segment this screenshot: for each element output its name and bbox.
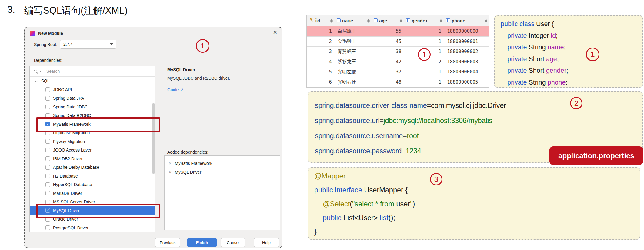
dependency-item-mariadb-driver[interactable]: MariaDB Driver [30,189,155,198]
checkbox[interactable] [45,105,50,109]
table-row[interactable]: 2金毛狮王45118800000001 [307,37,489,47]
dependency-item-jdbc-api[interactable]: JDBC API [30,85,155,94]
checkbox[interactable] [45,225,50,230]
code-token: ; [564,44,566,51]
checkbox[interactable] [45,148,50,152]
table-cell[interactable]: 45 [372,37,405,47]
dependency-item-spring-data-jpa[interactable]: Spring Data JPA [30,94,155,103]
search-options-caret-icon [40,71,42,72]
table-cell[interactable]: 48 [372,77,405,88]
checkbox[interactable] [45,174,50,178]
dependency-item-jooq-access-layer[interactable]: JOOQ Access Layer [30,146,155,155]
table-row[interactable]: 6光明右使48118800000005 [307,77,489,88]
dependency-item-flyway-migration[interactable]: Flyway Migration [30,137,155,146]
sort-icon[interactable] [485,19,487,23]
dependency-label: Apache Derby Database [53,165,99,170]
cancel-button[interactable]: Cancel [221,238,245,247]
dependency-label: Spring Data JPA [53,96,84,101]
dependency-item-ibm-db2-driver[interactable]: IBM DB2 Driver [30,155,155,163]
guide-link[interactable]: Guide ↗ [167,87,183,92]
dependency-detail-title: MySQL Driver [167,67,195,72]
checkbox[interactable] [45,87,50,92]
table-row[interactable]: 4紫衫龙王42218800000003 [307,57,489,67]
checkbox[interactable] [45,96,50,101]
dependency-item-apache-derby-database[interactable]: Apache Derby Database [30,163,155,172]
table-cell[interactable]: 5 [307,67,335,77]
sort-icon[interactable] [367,19,370,23]
code-token: UserMapper { [362,186,408,194]
table-cell[interactable]: 光明右使 [335,77,372,88]
dependency-item-hypersql-database[interactable]: HyperSQL Database [30,180,155,189]
grid-icon [446,18,450,24]
table-cell[interactable]: 38 [372,47,405,57]
scrollbar-thumb[interactable] [152,103,155,174]
table-cell[interactable]: 2 [307,37,335,47]
checkbox[interactable] [45,139,50,144]
dependency-group-sql[interactable]: SQL [30,77,155,85]
code-token: ; [556,32,558,39]
table-row[interactable]: 1白眉鹰王55118800000000 [307,26,489,37]
checkbox[interactable] [45,165,50,170]
sort-icon[interactable] [330,19,333,23]
code-line: } [314,225,640,239]
previous-button[interactable]: Previous [155,238,180,247]
table-cell[interactable]: 1 [307,26,335,36]
table-cell[interactable]: 18800000001 [444,37,489,47]
table-cell[interactable]: 4 [307,57,335,67]
column-label: gender [412,18,428,24]
column-header-name[interactable]: name [335,15,372,26]
table-cell[interactable]: 18800000005 [444,77,489,88]
table-cell[interactable]: 1 [404,77,444,88]
remove-icon[interactable]: × [169,161,172,166]
table-cell[interactable]: 青翼蝠王 [335,47,372,57]
table-cell[interactable]: 1 [404,26,444,36]
added-dependency-row[interactable]: ×MySQL Driver [165,168,280,176]
code-line: private String phone; [501,77,642,88]
table-cell[interactable]: 3 [307,47,335,57]
dependency-item-h2-database[interactable]: H2 Database [30,172,155,181]
column-header-id[interactable]: id [307,15,335,26]
page-title-text: 编写SQL语句(注解/XML) [24,4,128,17]
search-input[interactable] [46,68,138,74]
table-cell[interactable]: 18800000000 [444,26,489,36]
search-bar[interactable] [30,66,155,77]
table-cell[interactable]: 紫衫龙王 [335,57,372,67]
code-line: public class User { [501,18,642,30]
column-header-age[interactable]: age [372,15,405,26]
finish-button[interactable]: Finish [187,238,217,247]
dependency-label: PostgreSQL Driver [53,225,88,230]
table-cell[interactable]: 42 [372,57,405,67]
table-cell[interactable]: 白眉鹰王 [335,26,372,36]
table-cell[interactable]: 18800000002 [444,47,489,57]
table-cell[interactable]: 1 [404,67,444,77]
code-token: id [551,32,556,39]
column-header-phone[interactable]: phone [444,15,489,26]
table-row[interactable]: 3青翼蝠王38118800000002 [307,47,489,57]
table-cell[interactable]: 金毛狮王 [335,37,372,47]
code-token: } [314,228,317,236]
code-token: gender [546,67,566,74]
code-token: ( [350,200,352,208]
table-cell[interactable]: 18800000004 [444,67,489,77]
dependency-item-postgresql-driver[interactable]: PostgreSQL Driver [30,224,155,232]
added-dependency-row[interactable]: ×MyBatis Framework [165,159,280,168]
sort-icon[interactable] [400,19,402,23]
checkbox[interactable] [45,191,50,195]
table-cell[interactable]: 55 [372,26,405,36]
table-cell[interactable]: 1 [404,37,444,47]
table-cell[interactable]: 6 [307,77,335,88]
dependency-item-spring-data-jdbc[interactable]: Spring Data JDBC [30,103,155,112]
code-token: mysql [446,102,464,109]
table-cell[interactable]: 37 [372,67,405,77]
checkbox[interactable] [45,156,50,161]
remove-icon[interactable]: × [169,169,172,175]
checkbox[interactable] [45,182,50,187]
spring-boot-version-select[interactable]: 2.7.4 [60,40,116,49]
column-header-gender[interactable]: gender [404,15,444,26]
table-cell[interactable]: 18800000003 [444,57,489,67]
table-cell[interactable]: 光明左使 [335,67,372,77]
close-icon[interactable]: × [273,28,277,36]
help-button[interactable]: Help [254,238,279,247]
sort-icon[interactable] [440,19,442,23]
table-row[interactable]: 5光明左使37118800000004 [307,67,489,77]
